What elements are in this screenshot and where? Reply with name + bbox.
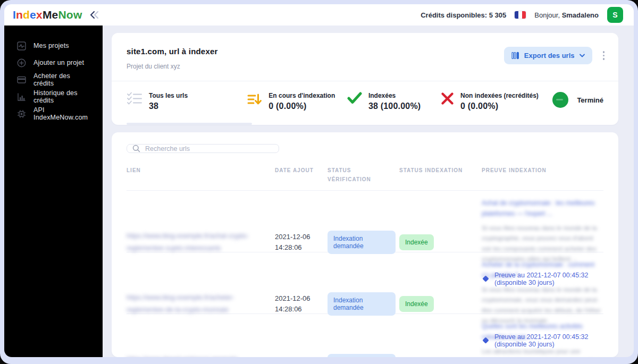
stat-label: Non indexées (recrédités) [460, 92, 539, 99]
sidebar-item-label: Mes projets [33, 42, 69, 49]
sidebar-item-historique-credits[interactable]: Historique des crédits [4, 88, 103, 105]
sidebar-item-acheter-credits[interactable]: Acheter des crédits [4, 71, 103, 88]
page-title: site1.com, url à indexer [127, 47, 218, 56]
cross-icon [441, 92, 454, 105]
activity-icon [17, 41, 26, 50]
column-header-preuve-indexation[interactable]: Preuve indexation [482, 166, 603, 175]
search-box [127, 144, 279, 153]
stats-row: Tous les urls 38 [112, 81, 618, 125]
logo-letter: d [23, 9, 30, 21]
chip-icon [17, 109, 26, 118]
column-header-status-verification[interactable]: Status vérification [328, 166, 396, 184]
proof-title-redacted[interactable]: Acheter de la cryptomonnaie : comment s'… [482, 260, 603, 281]
proof-title-redacted[interactable]: Quelles sont les meilleures activités ca… [482, 321, 603, 343]
app-window: IndexMeNow Crédits disponibles: 5 305 Bo… [4, 4, 634, 357]
urls-table-card: Lien Date ajout Status vérification Stat… [112, 132, 618, 357]
date-added: 2021-12-0614:28:06 [275, 232, 324, 253]
stat-label: Indexées [368, 92, 421, 99]
url-link-redacted[interactable]: https://www.blog-exemple.fr/achat-crypto… [127, 230, 259, 254]
url-link-redacted[interactable]: https://www.blog-exemple.fr/acheter-regl… [127, 292, 259, 316]
table-row: https://www.blog-exemple.fr/achat-crypto… [127, 191, 603, 252]
logo-letter: w [73, 9, 82, 21]
proof-excerpt-redacted: Si vous êtes nouveau dans le monde de la… [482, 285, 603, 326]
stat-en-cours: En cours d'indexation 0 (0.00%) [247, 92, 347, 111]
proof-excerpt-redacted: Les attractions touristiques pour une pr… [482, 346, 603, 357]
indexing-arrow-icon [247, 92, 262, 107]
logo-letter: x [36, 9, 43, 21]
project-heading: site1.com, url à indexer Projet du clien… [127, 47, 218, 70]
logo-letter: N [58, 9, 66, 21]
proof-title-redacted[interactable]: Achat de cryptomonnaie : les meilleures … [482, 198, 603, 219]
sidebar-item-label: API IndexMeNow.com [33, 106, 90, 121]
sidebar-item-ajouter-projet[interactable]: Ajouter un projet [4, 54, 103, 71]
plus-circle-icon [17, 58, 26, 67]
logo-letter: e [52, 9, 58, 21]
status-verification-badge: Indexation demandée [328, 231, 396, 254]
date-added: 2021-12-0614:28:06 [275, 355, 324, 357]
logo-letter: n [16, 9, 23, 21]
project-summary-card: site1.com, url à indexer Projet du clien… [112, 33, 618, 125]
sidebar-item-label: Ajouter un projet [33, 59, 84, 66]
status-verification-badge: Indexation demandée [328, 292, 396, 316]
date-added: 2021-12-0614:28:06 [275, 293, 324, 315]
column-header-date-ajout[interactable]: Date ajout [275, 166, 324, 175]
logo-letter: M [43, 9, 52, 21]
check-icon [347, 92, 362, 105]
proof-excerpt-redacted: Si vous êtes nouveau dans le monde de la… [482, 223, 603, 265]
stat-termine: Terminé [552, 92, 603, 108]
sidebar-item-label: Historique des crédits [33, 89, 90, 104]
url-link-redacted[interactable]: https://www.depart-entrevue-generale-cal… [127, 353, 259, 357]
more-options-icon[interactable] [602, 50, 606, 61]
stat-label: En cours d'indexation [268, 92, 335, 99]
progress-track [127, 123, 252, 125]
project-subtitle: Projet du client xyz [127, 63, 218, 70]
stat-value: 0 (0.00%) [268, 101, 335, 111]
greeting-prefix: Bonjour, [534, 11, 561, 19]
user-name: Smadaleno [562, 11, 599, 19]
main-content: site1.com, url à indexer Projet du clien… [103, 26, 634, 357]
status-indexation-badge: Indexée [399, 234, 434, 250]
collapse-sidebar-icon[interactable] [89, 11, 101, 19]
table-header: Lien Date ajout Status vérification Stat… [127, 166, 603, 191]
sidebar: Mes projets Ajouter un projet Acheter de… [4, 26, 103, 357]
app-logo[interactable]: IndexMeNow [13, 9, 82, 21]
stat-non-indexees: Non indexées (recrédités) 0 (0.00%) [441, 92, 552, 111]
stat-value: 0 (0.00%) [460, 101, 539, 111]
top-bar: IndexMeNow Crédits disponibles: 5 305 Bo… [4, 4, 634, 26]
search-icon [132, 145, 140, 153]
window-frame: IndexMeNow Crédits disponibles: 5 305 Bo… [0, 0, 638, 364]
status-verification-badge: Indexation demandée [328, 354, 396, 357]
credits-available: Crédits disponibles: 5 305 [421, 11, 506, 19]
french-flag-icon[interactable] [515, 11, 526, 19]
logo-letter: o [66, 9, 73, 21]
chevron-down-icon [580, 54, 585, 57]
green-dot-icon [552, 92, 568, 108]
status-indexation-badge: Indexée [399, 296, 434, 312]
export-button-label: Export des urls [524, 52, 575, 60]
export-icon [511, 52, 519, 60]
column-header-lien[interactable]: Lien [127, 166, 271, 175]
sidebar-item-label: Acheter des crédits [33, 72, 90, 87]
stat-value: 38 (100.00%) [368, 101, 421, 111]
search-input[interactable] [145, 145, 273, 153]
logo-letter: e [30, 9, 36, 21]
proof-cell: Quelles sont les meilleures activités ca… [482, 321, 603, 357]
column-header-status-indexation[interactable]: Status indexation [399, 166, 478, 175]
top-bar-right: Crédits disponibles: 5 305 Bonjour, Smad… [421, 7, 623, 23]
stat-value: 38 [149, 101, 188, 111]
stat-label: Tous les urls [149, 92, 188, 99]
stat-total-urls: Tous les urls 38 [127, 92, 247, 111]
status-label: Terminé [577, 96, 603, 104]
user-greeting: Bonjour, Smadaleno [534, 11, 599, 19]
stat-indexees: Indexées 38 (100.00%) [347, 92, 441, 111]
sidebar-item-api[interactable]: API IndexMeNow.com [4, 105, 103, 122]
table-row: https://www.blog-exemple.fr/acheter-regl… [127, 252, 603, 314]
checklist-icon [127, 92, 142, 106]
credit-card-icon [17, 75, 26, 84]
sidebar-item-mes-projets[interactable]: Mes projets [4, 37, 103, 54]
bar-chart-icon [17, 92, 26, 101]
export-urls-button[interactable]: Export des urls [504, 47, 592, 64]
avatar[interactable]: S [607, 7, 623, 23]
